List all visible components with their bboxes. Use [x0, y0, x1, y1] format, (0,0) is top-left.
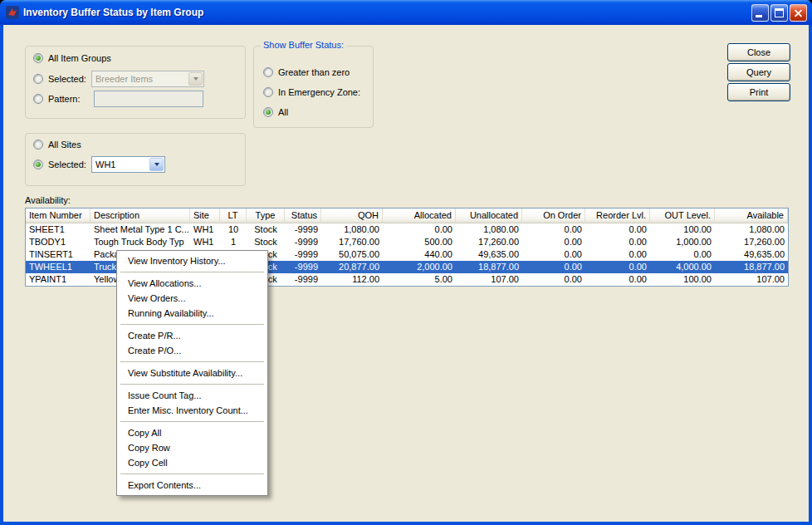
table-cell[interactable]: 0.00 — [522, 236, 585, 248]
menu-item[interactable]: Issue Count Tag... — [118, 388, 267, 403]
table-row[interactable]: TBODY1Tough Truck Body TypWH11Stock-9999… — [26, 236, 788, 248]
menu-item[interactable]: View Allocations... — [118, 276, 267, 291]
table-cell[interactable]: 18,877.00 — [715, 261, 788, 273]
table-cell[interactable]: 1 — [220, 236, 247, 248]
menu-item[interactable]: View Orders... — [118, 291, 267, 306]
maximize-button[interactable] — [770, 4, 788, 22]
app-icon[interactable] — [6, 6, 19, 19]
menu-item[interactable]: Create P/R... — [118, 328, 267, 343]
table-cell[interactable]: Stock — [247, 223, 285, 236]
table-cell[interactable]: 17,260.00 — [715, 236, 788, 248]
table-cell[interactable]: 49,635.00 — [715, 248, 788, 261]
radio-all-item-groups[interactable]: All Item Groups — [33, 53, 111, 63]
table-cell[interactable]: 1,080.00 — [321, 223, 383, 236]
table-cell[interactable]: 1,080.00 — [715, 223, 788, 236]
menu-item[interactable]: View Substitute Availability... — [118, 366, 267, 380]
column-header-available[interactable]: Available — [715, 209, 788, 223]
table-cell[interactable]: 440.00 — [383, 248, 456, 261]
table-cell[interactable]: 20,877.00 — [321, 261, 383, 273]
menu-item[interactable]: Copy Cell — [118, 455, 267, 470]
close-window-button[interactable] — [790, 4, 807, 22]
table-cell[interactable]: 5.00 — [383, 273, 456, 286]
menu-item[interactable]: Copy Row — [118, 440, 267, 455]
radio-in-emergency-zone[interactable]: In Emergency Zone: — [263, 87, 360, 97]
table-cell[interactable]: 17,760.00 — [321, 236, 383, 248]
close-button[interactable]: Close — [727, 43, 790, 61]
table-cell[interactable]: 4,000.00 — [650, 261, 715, 273]
chevron-down-icon[interactable] — [149, 158, 164, 171]
radio-selected-item-group[interactable]: Selected: — [33, 74, 86, 84]
print-button[interactable]: Print — [727, 83, 790, 101]
column-header-qoh[interactable]: QOH — [321, 209, 383, 223]
titlebar[interactable]: Inventory Buffer Status by Item Group — [0, 0, 812, 25]
pattern-input[interactable] — [94, 91, 203, 107]
column-header-allocated[interactable]: Allocated — [383, 209, 456, 223]
radio-greater-than-zero[interactable]: Greater than zero — [263, 67, 350, 77]
radio-all-sites[interactable]: All Sites — [33, 140, 81, 150]
table-cell[interactable]: 0.00 — [650, 248, 715, 261]
table-cell[interactable]: TWHEEL1 — [26, 261, 90, 273]
table-cell[interactable]: 2,000.00 — [383, 261, 456, 273]
column-header-description[interactable]: Description — [90, 209, 190, 223]
menu-item[interactable]: Enter Misc. Inventory Count... — [118, 403, 267, 418]
table-cell[interactable]: -9999 — [285, 273, 321, 286]
column-header-out-level-[interactable]: OUT Level. — [650, 209, 715, 223]
table-cell[interactable]: 100.00 — [650, 273, 715, 286]
table-cell[interactable]: 0.00 — [585, 261, 650, 273]
table-cell[interactable]: 50,075.00 — [321, 248, 383, 261]
table-cell[interactable]: 17,260.00 — [456, 236, 522, 248]
table-cell[interactable]: 0.00 — [522, 261, 585, 273]
table-cell[interactable]: WH1 — [190, 223, 220, 236]
menu-item[interactable]: Create P/O... — [118, 343, 267, 358]
table-cell[interactable]: -9999 — [285, 236, 321, 248]
menu-item[interactable]: Copy All — [118, 425, 267, 440]
table-cell[interactable]: 18,877.00 — [456, 261, 522, 273]
table-cell[interactable]: Tough Truck Body Typ — [90, 236, 190, 248]
table-cell[interactable]: 0.00 — [522, 273, 585, 286]
table-row[interactable]: SHEET1Sheet Metal Type 1 C...WH110Stock-… — [26, 223, 788, 236]
table-cell[interactable]: TBODY1 — [26, 236, 90, 248]
table-cell[interactable]: 100.00 — [650, 223, 715, 236]
table-cell[interactable]: 1,080.00 — [456, 223, 522, 236]
table-cell[interactable]: 112.00 — [321, 273, 383, 286]
table-cell[interactable]: 0.00 — [522, 248, 585, 261]
column-header-type[interactable]: Type — [247, 209, 285, 223]
table-cell[interactable]: TINSERT1 — [26, 248, 90, 261]
chevron-down-icon[interactable] — [188, 72, 203, 86]
table-cell[interactable]: 0.00 — [522, 223, 585, 236]
menu-item[interactable]: Running Availability... — [118, 306, 267, 321]
table-cell[interactable]: -9999 — [285, 261, 321, 273]
table-cell[interactable]: -9999 — [285, 248, 321, 261]
site-combo[interactable]: WH1 — [91, 156, 165, 173]
table-cell[interactable]: YPAINT1 — [26, 273, 90, 286]
radio-selected-site[interactable]: Selected: — [33, 159, 86, 169]
column-header-item-number[interactable]: Item Number — [26, 209, 90, 223]
column-header-site[interactable]: Site — [190, 209, 220, 223]
table-cell[interactable]: 107.00 — [715, 273, 788, 286]
table-cell[interactable]: 0.00 — [383, 223, 456, 236]
column-header-reorder-lvl-[interactable]: Reorder Lvl. — [585, 209, 650, 223]
table-cell[interactable]: WH1 — [190, 236, 220, 248]
table-cell[interactable]: 49,635.00 — [456, 248, 522, 261]
menu-item[interactable]: View Inventory History... — [118, 253, 267, 268]
column-header-unallocated[interactable]: Unallocated — [456, 209, 522, 223]
column-header-lt[interactable]: LT — [220, 209, 247, 223]
radio-all-status[interactable]: All — [263, 107, 288, 117]
table-cell[interactable]: 0.00 — [585, 223, 650, 236]
radio-pattern[interactable]: Pattern: — [33, 94, 81, 104]
query-button[interactable]: Query — [727, 63, 790, 81]
table-cell[interactable]: 0.00 — [585, 236, 650, 248]
table-cell[interactable]: 500.00 — [383, 236, 456, 248]
table-cell[interactable]: -9999 — [285, 223, 321, 236]
column-header-on-order[interactable]: On Order — [522, 209, 585, 223]
table-cell[interactable]: Stock — [247, 236, 285, 248]
table-cell[interactable]: 107.00 — [456, 273, 522, 286]
table-cell[interactable]: 0.00 — [585, 248, 650, 261]
column-header-status[interactable]: Status — [285, 209, 321, 223]
menu-item[interactable]: Export Contents... — [118, 478, 267, 493]
table-cell[interactable]: SHEET1 — [26, 223, 90, 236]
table-cell[interactable]: Sheet Metal Type 1 C... — [90, 223, 190, 236]
minimize-button[interactable] — [751, 4, 769, 22]
table-cell[interactable]: 1,000.00 — [650, 236, 715, 248]
table-cell[interactable]: 10 — [220, 223, 247, 236]
